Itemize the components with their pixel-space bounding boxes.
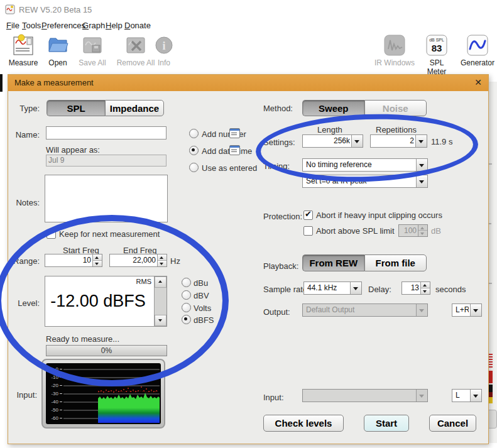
- chevron-down-icon[interactable]: [470, 390, 481, 402]
- output-channel-dropdown[interactable]: L+R: [452, 303, 482, 317]
- spinner-down-icon: [93, 260, 102, 267]
- dbv-radio[interactable]: [182, 290, 191, 300]
- type-spl-button[interactable]: SPL: [46, 100, 105, 116]
- volts-label: Volts: [194, 303, 211, 313]
- from-file-button[interactable]: From file: [364, 254, 427, 271]
- add-date-time-radio[interactable]: [189, 146, 199, 155]
- sample-rate-label: Sample rate:: [263, 285, 310, 294]
- dbfs-label: dBFS: [194, 315, 214, 325]
- use-as-entered-label: Use as entered: [202, 163, 257, 173]
- toolbar-ir-windows-label: IR Windows: [372, 58, 417, 67]
- input-dropdown: [302, 389, 428, 402]
- chevron-down-icon[interactable]: [415, 135, 427, 147]
- abort-spl-limit-checkbox[interactable]: [303, 226, 313, 236]
- toolbar-spl-meter-label: SPL Meter: [420, 58, 454, 76]
- from-rew-button[interactable]: From REW: [302, 254, 364, 271]
- protection-label: Protection:: [263, 212, 302, 221]
- name-input[interactable]: [46, 126, 167, 139]
- y-tick: -60: [46, 415, 58, 421]
- generator-icon: [466, 34, 489, 57]
- type-label: Type:: [8, 104, 40, 113]
- toolbar-measure-button[interactable]: Measure: [5, 34, 41, 67]
- cancel-button[interactable]: Cancel: [429, 415, 476, 432]
- method-noise-button: Noise: [364, 100, 427, 116]
- delay-spinner[interactable]: 13: [401, 281, 430, 295]
- level-spinner[interactable]: [154, 276, 167, 326]
- use-as-entered-radio[interactable]: [189, 163, 199, 172]
- method-sweep-button[interactable]: Sweep: [302, 100, 364, 116]
- dialog-title: Make a measurement: [14, 78, 94, 87]
- measure-icon: [12, 34, 35, 57]
- list-editor-icon[interactable]: [229, 145, 240, 155]
- close-icon[interactable]: ✕: [474, 77, 482, 87]
- y-tick: -20: [46, 383, 58, 388]
- length-label: Length: [317, 125, 342, 134]
- sweep-duration: 11.9 s: [431, 137, 452, 146]
- check-levels-button[interactable]: Check levels: [263, 415, 344, 432]
- will-appear-as-field: Jul 9: [46, 155, 167, 167]
- toolbar-generator-label: Generator: [460, 58, 495, 67]
- will-appear-as-label: Will appear as:: [46, 145, 100, 155]
- length-dropdown[interactable]: 256k: [302, 134, 363, 148]
- spl-meter-icon: dB SPL 83: [425, 34, 448, 57]
- delay-label: Delay:: [368, 285, 391, 294]
- sample-rate-dropdown[interactable]: 44.1 kHz: [303, 281, 362, 295]
- app-icon: [5, 4, 15, 14]
- notes-textarea[interactable]: [45, 175, 168, 222]
- toolbar-measure-label: Measure: [5, 58, 41, 67]
- volts-radio[interactable]: [182, 303, 191, 312]
- end-freq-spinner[interactable]: 22,000: [109, 254, 167, 267]
- method-label: Method:: [263, 104, 293, 113]
- level-rms-label: RMS: [136, 278, 151, 285]
- dbu-radio[interactable]: [182, 278, 191, 287]
- add-number-radio[interactable]: [189, 129, 199, 138]
- ir-windows-icon: [383, 34, 406, 57]
- dialog-titlebar[interactable]: Make a measurement ✕: [8, 75, 488, 91]
- start-button[interactable]: Start: [364, 415, 409, 432]
- chevron-down-icon: [416, 390, 427, 402]
- toolbar-spl-meter-button[interactable]: dB SPL 83 SPL Meter: [420, 34, 454, 76]
- chevron-down-icon[interactable]: [416, 159, 427, 171]
- chevron-down-icon[interactable]: [470, 304, 481, 316]
- menu-donate[interactable]: Donate: [122, 19, 153, 31]
- progress-bar: 0%: [46, 345, 167, 356]
- input-meter-label: Input:: [8, 390, 37, 400]
- level-value: -12.00 dBFS: [45, 292, 151, 311]
- chevron-down-icon: [416, 304, 427, 316]
- output-dropdown: Default Output: [302, 303, 428, 317]
- make-a-measurement-dialog: Make a measurement ✕ Type: SPL Impedance…: [8, 74, 489, 444]
- repetitions-dropdown[interactable]: 2: [370, 134, 427, 148]
- input-channel-dropdown[interactable]: L: [452, 389, 482, 402]
- repetitions-label: Repetitions: [376, 125, 417, 134]
- db-unit-label: dB: [431, 226, 441, 236]
- t0-dropdown[interactable]: Set t=0 at IR peak: [302, 175, 428, 188]
- abort-clipping-checkbox[interactable]: [303, 210, 313, 220]
- chevron-down-icon[interactable]: [351, 135, 363, 147]
- add-date-time-label: Add date/time: [202, 146, 252, 156]
- type-toggle-group: SPL Impedance: [46, 100, 164, 116]
- output-label: Output:: [263, 307, 290, 317]
- type-impedance-button[interactable]: Impedance: [105, 100, 164, 116]
- abort-spl-limit-label: Abort above SPL limit: [316, 226, 395, 236]
- start-freq-spinner[interactable]: 10: [45, 254, 102, 267]
- chevron-down-icon[interactable]: [416, 175, 427, 187]
- hz-unit-label: Hz: [170, 256, 180, 266]
- toolbar-open-button[interactable]: Open: [41, 34, 74, 67]
- svg-text:dB SPL: dB SPL: [429, 38, 444, 42]
- input-label: Input:: [263, 393, 284, 402]
- chevron-down-icon[interactable]: [350, 282, 361, 294]
- spinner-down-icon: [155, 315, 167, 326]
- range-label: Range:: [8, 256, 40, 266]
- settings-label: Settings:: [263, 138, 295, 147]
- timing-reference-dropdown[interactable]: No timing reference: [302, 158, 428, 172]
- keep-for-next-checkbox[interactable]: [46, 229, 56, 239]
- toolbar-info-button: i Info: [150, 34, 178, 67]
- level-display[interactable]: RMS -12.00 dBFS: [45, 276, 167, 327]
- dbfs-radio[interactable]: [182, 315, 191, 324]
- toolbar-generator-button[interactable]: Generator: [460, 34, 495, 67]
- toolbar-info-label: Info: [150, 58, 178, 67]
- background-window-sliver: [488, 82, 497, 443]
- input-level-meter: 0 -10 -20 -30 -40 -50 -60: [41, 359, 165, 429]
- y-tick: -50: [46, 407, 58, 413]
- list-editor-icon[interactable]: [229, 128, 240, 138]
